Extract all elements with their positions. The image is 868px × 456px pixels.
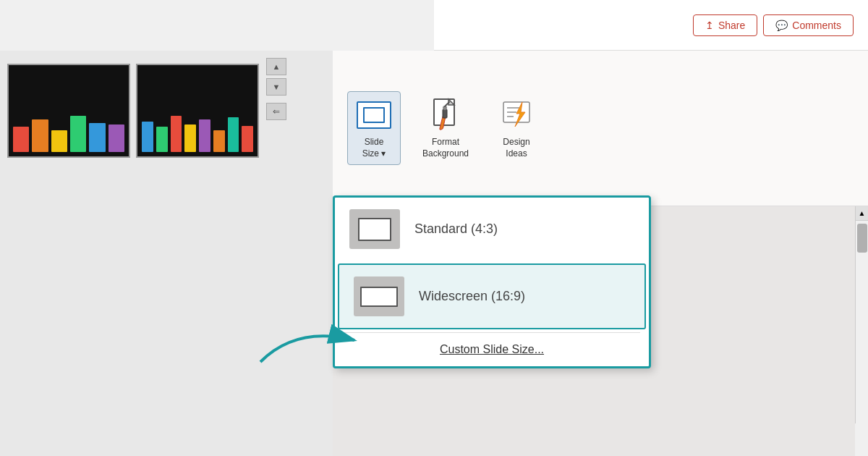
widescreen-option[interactable]: Widescreen (16:9)	[338, 263, 646, 329]
bar	[228, 117, 239, 152]
format-bg-line1: Format	[432, 137, 459, 147]
scrollbar-up-button[interactable]: ▲	[856, 206, 869, 221]
slide-bars-2	[137, 111, 258, 156]
bar	[184, 124, 196, 152]
slide-size-dropdown: Standard (4:3) Widescreen (16:9) Custom …	[333, 195, 651, 368]
bar	[242, 126, 253, 152]
standard-option[interactable]: Standard (4:3)	[335, 198, 649, 261]
design-ideas-line2: Ideas	[506, 148, 527, 159]
bar	[213, 130, 225, 152]
widescreen-label: Widescreen (16:9)	[419, 289, 525, 304]
bar	[171, 116, 182, 152]
bar	[156, 127, 168, 152]
design-ideas-line1: Design	[503, 137, 529, 147]
slide-thumbnail-1[interactable]	[7, 64, 130, 158]
bar	[13, 127, 29, 152]
bar	[70, 116, 86, 152]
widescreen-icon-inner	[360, 287, 398, 307]
slide-size-icon	[355, 96, 393, 134]
bar	[109, 124, 124, 152]
slide-size-inner	[363, 107, 385, 123]
bar	[51, 130, 67, 152]
bar	[89, 123, 105, 152]
slide-size-label: Slide Size ▾	[362, 137, 386, 159]
design-ideas-button[interactable]: Design Ideas	[490, 92, 542, 164]
standard-icon-inner	[358, 218, 391, 241]
format-background-button[interactable]: Format Background	[415, 92, 476, 164]
slide-size-frame	[357, 101, 391, 129]
standard-label: Standard (4:3)	[414, 221, 498, 237]
teal-arrow	[253, 311, 369, 372]
top-bar: ↥ Share 💬 Comments	[434, 0, 868, 51]
widescreen-icon	[354, 276, 404, 316]
design-ideas-svg	[498, 96, 535, 134]
bar	[32, 119, 48, 152]
ribbon: Slide Size ▾ Format Background	[333, 51, 868, 206]
slide-thumbnails	[7, 58, 259, 164]
slide-panel: ▲ ▼ ⇐	[0, 51, 333, 456]
design-ideas-label: Design Ideas	[503, 137, 529, 159]
custom-slide-size-option[interactable]: Custom Slide Size...	[335, 333, 649, 366]
bar	[142, 122, 153, 152]
format-bg-svg	[427, 96, 464, 134]
scroll-down-button[interactable]: ▼	[266, 78, 286, 96]
scrollbar-thumb[interactable]	[857, 224, 867, 253]
comments-label: Comments	[792, 20, 841, 31]
format-background-icon	[427, 96, 464, 134]
comments-button[interactable]: 💬 Comments	[763, 14, 854, 36]
collapse-button[interactable]: ⇐	[266, 103, 286, 120]
svg-rect-1	[443, 109, 447, 118]
share-icon: ↥	[705, 20, 714, 31]
share-label: Share	[718, 20, 745, 31]
right-scrollbar: ▲	[855, 206, 868, 423]
comments-icon: 💬	[775, 20, 788, 31]
bar	[199, 119, 210, 152]
format-background-label: Format Background	[422, 137, 469, 159]
standard-icon	[349, 209, 400, 249]
share-button[interactable]: ↥ Share	[693, 14, 757, 36]
slide-thumbnail-2[interactable]	[136, 64, 259, 158]
scroll-up-button[interactable]: ▲	[266, 58, 286, 75]
slide-size-line2: Size ▾	[362, 148, 386, 159]
format-bg-line2: Background	[422, 148, 469, 159]
slide-bars-1	[9, 111, 129, 156]
scroll-buttons: ▲ ▼ ⇐	[266, 58, 286, 120]
slide-size-line1: Slide	[365, 137, 384, 147]
design-ideas-icon	[498, 96, 535, 134]
slide-size-button[interactable]: Slide Size ▾	[347, 91, 401, 164]
